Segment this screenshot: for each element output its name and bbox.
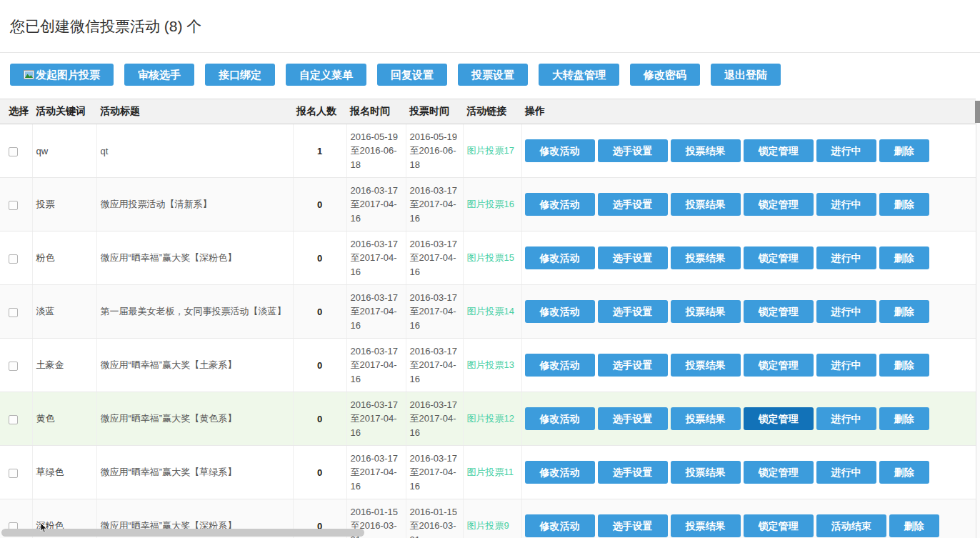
row-checkbox[interactable] bbox=[9, 469, 18, 478]
action-button[interactable]: 进行中 bbox=[816, 246, 876, 269]
select-cell bbox=[0, 392, 32, 446]
signup-time: 2016-03-17 至2017-04-16 bbox=[346, 339, 406, 392]
activity-link-cell: 图片投票11 bbox=[463, 446, 521, 499]
signup-time: 2016-05-19 至2016-06-18 bbox=[346, 124, 406, 178]
action-button[interactable]: 修改活动 bbox=[525, 139, 595, 162]
toolbar-button[interactable]: 投票设置 bbox=[458, 64, 528, 86]
row-checkbox[interactable] bbox=[9, 254, 18, 264]
row-checkbox[interactable] bbox=[9, 308, 18, 317]
action-button[interactable]: 锁定管理 bbox=[744, 246, 814, 269]
vote-time: 2016-01-15 至2016-03-31 bbox=[406, 499, 463, 538]
row-checkbox[interactable] bbox=[9, 362, 18, 371]
action-button[interactable]: 投票结果 bbox=[671, 354, 741, 377]
activity-title: 微应用投票活动【清新系】 bbox=[96, 178, 293, 231]
row-checkbox[interactable] bbox=[9, 147, 18, 156]
action-button[interactable]: 锁定管理 bbox=[744, 407, 814, 430]
table-row: qwqt12016-05-19 至2016-06-182016-05-19 至2… bbox=[0, 124, 976, 178]
action-button[interactable]: 选手设置 bbox=[598, 193, 668, 216]
action-button[interactable]: 进行中 bbox=[816, 139, 876, 162]
action-button[interactable]: 修改活动 bbox=[525, 246, 595, 269]
signup-time: 2016-03-17 至2017-04-16 bbox=[346, 285, 406, 339]
action-button[interactable]: 进行中 bbox=[816, 461, 876, 484]
action-button[interactable]: 删除 bbox=[879, 461, 929, 484]
toolbar-button[interactable]: 接口绑定 bbox=[205, 64, 275, 86]
action-button[interactable]: 进行中 bbox=[816, 407, 876, 430]
activity-link-cell: 图片投票16 bbox=[463, 178, 521, 231]
horizontal-scrollbar-thumb[interactable] bbox=[1, 529, 364, 537]
action-button[interactable]: 进行中 bbox=[816, 354, 876, 377]
toolbar-button[interactable]: 自定义菜单 bbox=[286, 64, 366, 86]
toolbar-button[interactable]: 大转盘管理 bbox=[539, 64, 619, 86]
signup-count: 0 bbox=[293, 231, 346, 285]
action-button[interactable]: 选手设置 bbox=[598, 461, 668, 484]
action-button[interactable]: 删除 bbox=[879, 246, 929, 269]
action-button[interactable]: 修改活动 bbox=[525, 461, 595, 484]
action-button[interactable]: 锁定管理 bbox=[744, 354, 814, 377]
action-button[interactable]: 选手设置 bbox=[598, 514, 668, 537]
page-title: 您已创建微信投票活动 (8) 个 bbox=[10, 16, 201, 36]
action-button[interactable]: 选手设置 bbox=[598, 300, 668, 323]
activity-link[interactable]: 图片投票17 bbox=[467, 145, 514, 156]
action-button[interactable]: 投票结果 bbox=[671, 300, 741, 323]
activity-link[interactable]: 图片投票14 bbox=[467, 306, 514, 317]
action-button[interactable]: 进行中 bbox=[816, 300, 876, 323]
action-button[interactable]: 修改活动 bbox=[525, 300, 595, 323]
action-button[interactable]: 锁定管理 bbox=[744, 461, 814, 484]
action-button[interactable]: 修改活动 bbox=[525, 514, 595, 537]
vertical-scrollbar-track[interactable] bbox=[976, 101, 980, 538]
activity-keyword: qw bbox=[32, 124, 96, 178]
action-button[interactable]: 投票结果 bbox=[671, 193, 741, 216]
mouse-cursor-icon bbox=[40, 523, 48, 536]
toolbar-button[interactable]: 发起图片投票 bbox=[10, 64, 114, 86]
action-button[interactable]: 选手设置 bbox=[598, 407, 668, 430]
vote-time: 2016-03-17 至2017-04-16 bbox=[406, 392, 463, 446]
select-cell bbox=[0, 446, 32, 499]
signup-count: 0 bbox=[293, 446, 346, 499]
toolbar-button[interactable]: 退出登陆 bbox=[711, 64, 781, 86]
action-button[interactable]: 锁定管理 bbox=[744, 139, 814, 162]
action-button[interactable]: 删除 bbox=[879, 354, 929, 377]
action-button[interactable]: 锁定管理 bbox=[744, 514, 814, 537]
toolbar-button[interactable]: 审核选手 bbox=[124, 64, 194, 86]
table-row: 粉色微应用“晒幸福”赢大奖【深粉色】02016-03-17 至2017-04-1… bbox=[0, 231, 976, 285]
action-button[interactable]: 删除 bbox=[889, 514, 939, 537]
row-checkbox[interactable] bbox=[9, 415, 18, 424]
activity-link[interactable]: 图片投票12 bbox=[467, 413, 514, 424]
actions-group: 修改活动选手设置投票结果锁定管理进行中删除 bbox=[525, 407, 972, 430]
action-button[interactable]: 选手设置 bbox=[598, 354, 668, 377]
actions-cell: 修改活动选手设置投票结果锁定管理进行中删除 bbox=[521, 285, 976, 339]
action-button[interactable]: 锁定管理 bbox=[744, 193, 814, 216]
action-button[interactable]: 修改活动 bbox=[525, 407, 595, 430]
action-button[interactable]: 投票结果 bbox=[671, 407, 741, 430]
action-button[interactable]: 选手设置 bbox=[598, 246, 668, 269]
select-cell bbox=[0, 339, 32, 392]
activity-link-cell: 图片投票13 bbox=[463, 339, 521, 392]
signup-count: 0 bbox=[293, 178, 346, 231]
vote-time: 2016-03-17 至2017-04-16 bbox=[406, 446, 463, 499]
activity-link[interactable]: 图片投票11 bbox=[467, 467, 514, 477]
toolbar-button[interactable]: 修改密码 bbox=[630, 64, 700, 86]
row-checkbox[interactable] bbox=[9, 201, 18, 210]
action-button[interactable]: 锁定管理 bbox=[744, 300, 814, 323]
activity-link[interactable]: 图片投票13 bbox=[467, 359, 514, 370]
action-button[interactable]: 选手设置 bbox=[598, 139, 668, 162]
action-button[interactable]: 进行中 bbox=[816, 193, 876, 216]
action-button[interactable]: 投票结果 bbox=[671, 461, 741, 484]
activity-link[interactable]: 图片投票15 bbox=[467, 252, 514, 263]
action-button[interactable]: 删除 bbox=[879, 193, 929, 216]
action-button[interactable]: 删除 bbox=[879, 407, 929, 430]
activity-link[interactable]: 图片投票16 bbox=[467, 199, 514, 209]
actions-cell: 修改活动选手设置投票结果锁定管理进行中删除 bbox=[521, 446, 976, 499]
action-button[interactable]: 删除 bbox=[879, 139, 929, 162]
vertical-scrollbar-thumb[interactable] bbox=[975, 101, 980, 123]
table-row: 土豪金微应用“晒幸福”赢大奖【土豪系】02016-03-17 至2017-04-… bbox=[0, 339, 976, 392]
action-button[interactable]: 修改活动 bbox=[525, 193, 595, 216]
action-button[interactable]: 删除 bbox=[879, 300, 929, 323]
action-button[interactable]: 修改活动 bbox=[525, 354, 595, 377]
action-button[interactable]: 投票结果 bbox=[671, 139, 741, 162]
activity-link[interactable]: 图片投票9 bbox=[467, 520, 509, 531]
action-button[interactable]: 投票结果 bbox=[671, 514, 741, 537]
action-button[interactable]: 投票结果 bbox=[671, 246, 741, 269]
toolbar-button[interactable]: 回复设置 bbox=[377, 64, 447, 86]
action-button[interactable]: 活动结束 bbox=[816, 514, 886, 537]
